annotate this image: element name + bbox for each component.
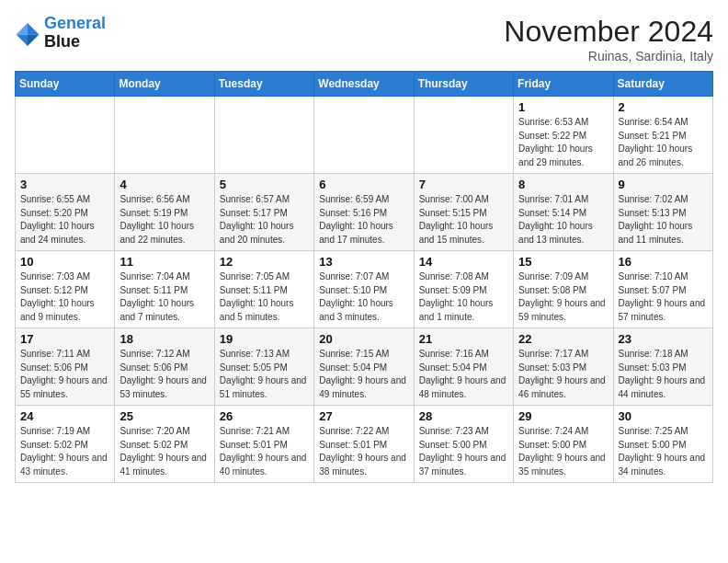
day-info: Sunrise: 7:07 AM Sunset: 5:10 PM Dayligh…: [319, 270, 408, 324]
day-number: 9: [619, 178, 708, 191]
day-info: Sunrise: 7:17 AM Sunset: 5:03 PM Dayligh…: [518, 348, 608, 401]
day-info: Sunrise: 6:54 AM Sunset: 5:21 PM Dayligh…: [619, 116, 708, 169]
day-number: 24: [20, 409, 109, 423]
day-cell: 25Sunrise: 7:20 AM Sunset: 5:02 PM Dayli…: [115, 406, 214, 483]
svg-marker-1: [28, 34, 39, 45]
day-cell: 27Sunrise: 7:22 AM Sunset: 5:01 PM Dayli…: [314, 406, 414, 483]
day-info: Sunrise: 7:25 AM Sunset: 5:00 PM Dayligh…: [619, 425, 708, 478]
day-number: 28: [419, 409, 508, 423]
day-cell: 1Sunrise: 6:53 AM Sunset: 5:22 PM Daylig…: [514, 97, 613, 174]
day-number: 7: [419, 178, 508, 191]
day-info: Sunrise: 7:20 AM Sunset: 5:02 PM Dayligh…: [119, 425, 209, 478]
day-cell: 28Sunrise: 7:23 AM Sunset: 5:00 PM Dayli…: [414, 406, 513, 483]
day-cell: 11Sunrise: 7:04 AM Sunset: 5:11 PM Dayli…: [115, 251, 214, 328]
day-number: 3: [20, 178, 109, 191]
day-info: Sunrise: 7:02 AM Sunset: 5:13 PM Dayligh…: [619, 193, 708, 247]
header-cell-sunday: Sunday: [16, 72, 115, 97]
day-cell: 29Sunrise: 7:24 AM Sunset: 5:00 PM Dayli…: [514, 406, 613, 483]
day-cell: 17Sunrise: 7:11 AM Sunset: 5:06 PM Dayli…: [16, 328, 115, 406]
day-cell: [214, 97, 313, 174]
day-cell: 18Sunrise: 7:12 AM Sunset: 5:06 PM Dayli…: [115, 328, 214, 406]
day-cell: 12Sunrise: 7:05 AM Sunset: 5:11 PM Dayli…: [214, 251, 313, 328]
day-cell: 4Sunrise: 6:56 AM Sunset: 5:19 PM Daylig…: [115, 174, 214, 251]
day-cell: 22Sunrise: 7:17 AM Sunset: 5:03 PM Dayli…: [514, 328, 613, 406]
page-header: General Blue November 2024 Ruinas, Sardi…: [15, 15, 713, 63]
day-number: 4: [119, 178, 209, 191]
day-number: 1: [518, 100, 608, 114]
day-cell: 2Sunrise: 6:54 AM Sunset: 5:21 PM Daylig…: [613, 97, 712, 174]
day-info: Sunrise: 7:03 AM Sunset: 5:12 PM Dayligh…: [20, 270, 109, 324]
day-info: Sunrise: 7:08 AM Sunset: 5:09 PM Dayligh…: [419, 270, 508, 324]
week-row-2: 3Sunrise: 6:55 AM Sunset: 5:20 PM Daylig…: [16, 174, 713, 251]
day-number: 29: [518, 409, 608, 423]
day-info: Sunrise: 7:24 AM Sunset: 5:00 PM Dayligh…: [518, 425, 608, 478]
logo-general: General: [44, 14, 106, 32]
day-number: 17: [20, 332, 109, 346]
day-cell: [115, 97, 214, 174]
logo-blue: Blue: [44, 32, 80, 51]
header-cell-friday: Friday: [514, 72, 613, 97]
location: Ruinas, Sardinia, Italy: [504, 49, 713, 63]
day-number: 11: [119, 255, 209, 269]
day-cell: 20Sunrise: 7:15 AM Sunset: 5:04 PM Dayli…: [314, 328, 414, 406]
day-number: 15: [518, 255, 608, 269]
day-cell: 16Sunrise: 7:10 AM Sunset: 5:07 PM Dayli…: [613, 251, 712, 328]
day-number: 21: [419, 332, 508, 346]
day-cell: 23Sunrise: 7:18 AM Sunset: 5:03 PM Dayli…: [613, 328, 712, 406]
week-row-5: 24Sunrise: 7:19 AM Sunset: 5:02 PM Dayli…: [16, 406, 713, 483]
day-info: Sunrise: 7:01 AM Sunset: 5:14 PM Dayligh…: [518, 193, 608, 247]
day-number: 5: [220, 178, 309, 191]
day-number: 25: [119, 409, 209, 423]
calendar-body: 1Sunrise: 6:53 AM Sunset: 5:22 PM Daylig…: [16, 97, 713, 483]
day-info: Sunrise: 7:16 AM Sunset: 5:04 PM Dayligh…: [419, 348, 508, 401]
day-cell: 6Sunrise: 6:59 AM Sunset: 5:16 PM Daylig…: [314, 174, 414, 251]
day-cell: 14Sunrise: 7:08 AM Sunset: 5:09 PM Dayli…: [414, 251, 513, 328]
header-cell-thursday: Thursday: [414, 72, 513, 97]
svg-marker-0: [28, 23, 39, 34]
day-info: Sunrise: 7:11 AM Sunset: 5:06 PM Dayligh…: [20, 348, 109, 401]
day-cell: 24Sunrise: 7:19 AM Sunset: 5:02 PM Dayli…: [16, 406, 115, 483]
day-cell: 7Sunrise: 7:00 AM Sunset: 5:15 PM Daylig…: [414, 174, 513, 251]
day-info: Sunrise: 7:05 AM Sunset: 5:11 PM Dayligh…: [220, 270, 309, 324]
day-cell: 19Sunrise: 7:13 AM Sunset: 5:05 PM Dayli…: [214, 328, 313, 406]
header-cell-monday: Monday: [115, 72, 214, 97]
day-cell: 30Sunrise: 7:25 AM Sunset: 5:00 PM Dayli…: [613, 406, 712, 483]
day-info: Sunrise: 6:56 AM Sunset: 5:19 PM Dayligh…: [119, 193, 209, 247]
day-cell: 21Sunrise: 7:16 AM Sunset: 5:04 PM Dayli…: [414, 328, 513, 406]
day-info: Sunrise: 6:57 AM Sunset: 5:17 PM Dayligh…: [220, 193, 309, 247]
day-cell: 8Sunrise: 7:01 AM Sunset: 5:14 PM Daylig…: [514, 174, 613, 251]
day-number: 22: [518, 332, 608, 346]
header-cell-saturday: Saturday: [613, 72, 712, 97]
week-row-1: 1Sunrise: 6:53 AM Sunset: 5:22 PM Daylig…: [16, 97, 713, 174]
header-cell-wednesday: Wednesday: [314, 72, 414, 97]
day-cell: 5Sunrise: 6:57 AM Sunset: 5:17 PM Daylig…: [214, 174, 313, 251]
svg-marker-3: [17, 34, 28, 45]
day-number: 27: [319, 409, 408, 423]
svg-marker-2: [17, 23, 28, 34]
day-info: Sunrise: 7:09 AM Sunset: 5:08 PM Dayligh…: [518, 270, 608, 324]
calendar-header: SundayMondayTuesdayWednesdayThursdayFrid…: [16, 72, 713, 97]
day-number: 30: [619, 409, 708, 423]
day-number: 8: [518, 178, 608, 191]
day-cell: 10Sunrise: 7:03 AM Sunset: 5:12 PM Dayli…: [16, 251, 115, 328]
day-cell: [16, 97, 115, 174]
day-info: Sunrise: 7:19 AM Sunset: 5:02 PM Dayligh…: [20, 425, 109, 478]
day-cell: [314, 97, 414, 174]
day-info: Sunrise: 7:23 AM Sunset: 5:00 PM Dayligh…: [419, 425, 508, 478]
day-number: 14: [419, 255, 508, 269]
day-info: Sunrise: 6:53 AM Sunset: 5:22 PM Dayligh…: [518, 116, 608, 169]
day-number: 20: [319, 332, 408, 346]
day-cell: 3Sunrise: 6:55 AM Sunset: 5:20 PM Daylig…: [16, 174, 115, 251]
day-info: Sunrise: 7:12 AM Sunset: 5:06 PM Dayligh…: [119, 348, 209, 401]
week-row-3: 10Sunrise: 7:03 AM Sunset: 5:12 PM Dayli…: [16, 251, 713, 328]
day-info: Sunrise: 7:22 AM Sunset: 5:01 PM Dayligh…: [319, 425, 408, 478]
title-block: November 2024 Ruinas, Sardinia, Italy: [504, 15, 713, 63]
day-number: 2: [619, 100, 708, 114]
day-number: 26: [220, 409, 309, 423]
header-cell-tuesday: Tuesday: [214, 72, 313, 97]
day-number: 18: [119, 332, 209, 346]
day-info: Sunrise: 7:10 AM Sunset: 5:07 PM Dayligh…: [619, 270, 708, 324]
day-info: Sunrise: 6:55 AM Sunset: 5:20 PM Dayligh…: [20, 193, 109, 247]
logo-icon: [15, 20, 40, 46]
day-info: Sunrise: 7:13 AM Sunset: 5:05 PM Dayligh…: [220, 348, 309, 401]
